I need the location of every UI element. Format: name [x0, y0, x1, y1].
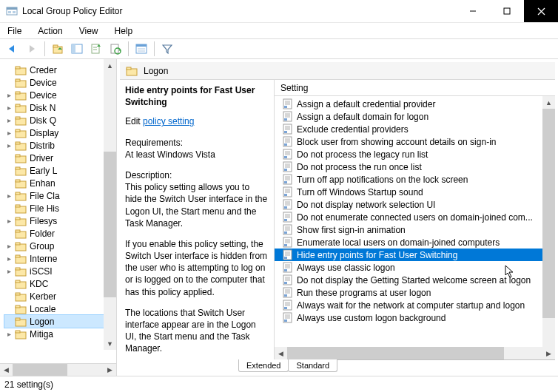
tree-item[interactable]: Folder — [4, 227, 116, 240]
tree-vertical-scrollbar[interactable]: ▲ ▼ — [104, 59, 116, 350]
list-vertical-scrollbar[interactable]: ▲ ▼ — [542, 96, 555, 359]
expand-icon[interactable]: ▸ — [4, 242, 13, 250]
tree-item-label: KDC — [30, 279, 48, 289]
svg-rect-141 — [284, 282, 287, 284]
setting-label: Enumerate local users on domain-joined c… — [297, 237, 500, 248]
setting-item[interactable]: Do not process the run once list — [275, 160, 555, 173]
tree-item[interactable]: Enhan — [4, 177, 116, 189]
setting-item[interactable]: Assign a default domain for logon — [275, 110, 555, 123]
tree-item[interactable]: ▸Display — [4, 126, 116, 139]
setting-item[interactable]: Always use custom logon background — [275, 311, 555, 324]
svg-rect-38 — [16, 167, 20, 169]
tree-item[interactable]: ▸Mitiga — [4, 328, 116, 340]
menu-help[interactable]: Help — [112, 24, 136, 38]
tree-item[interactable]: File His — [4, 202, 116, 214]
scroll-down-icon[interactable]: ▼ — [104, 337, 116, 350]
menu-view[interactable]: View — [76, 24, 101, 38]
scroll-up-icon[interactable]: ▲ — [104, 59, 116, 72]
menu-action[interactable]: Action — [35, 24, 65, 38]
tree-item[interactable]: ▸Disk N — [4, 101, 116, 114]
expand-icon[interactable]: ▸ — [4, 192, 13, 200]
maximize-button[interactable] — [490, 0, 524, 22]
edit-policy-link[interactable]: policy setting — [143, 116, 194, 126]
tree-item[interactable]: Kerber — [4, 290, 116, 303]
column-header-setting[interactable]: Setting — [275, 80, 555, 96]
svg-rect-34 — [16, 142, 20, 144]
tree-item[interactable]: ▸iSCSI — [4, 265, 116, 277]
scroll-right-icon[interactable]: ▶ — [542, 347, 555, 359]
setting-label: Always wait for the network at computer … — [297, 300, 525, 311]
close-button[interactable] — [524, 0, 558, 22]
tree-item[interactable]: ▸Group — [4, 240, 116, 252]
setting-item[interactable]: Always wait for the network at computer … — [275, 299, 555, 311]
tree-item[interactable]: Creder — [4, 64, 116, 76]
setting-item[interactable]: Block user from showing account details … — [275, 135, 555, 148]
scroll-thumb[interactable] — [287, 347, 504, 359]
tree-item[interactable]: ▸Filesys — [4, 214, 116, 227]
scroll-thumb[interactable] — [542, 109, 555, 318]
tree-item-label: Device — [30, 78, 57, 88]
scroll-left-icon[interactable]: ◀ — [0, 364, 13, 376]
expand-icon[interactable]: ▸ — [4, 129, 13, 137]
setting-item[interactable]: Turn off Windows Startup sound — [275, 186, 555, 198]
menu-file[interactable]: File — [4, 24, 24, 38]
setting-item[interactable]: Hide entry points for Fast User Switchin… — [275, 249, 555, 261]
description-paragraph: The locations that Switch User interface… — [125, 307, 268, 355]
scroll-thumb[interactable] — [13, 364, 67, 376]
tree-item[interactable]: Early L — [4, 164, 116, 177]
setting-item[interactable]: Assign a default credential provider — [275, 98, 555, 110]
scroll-right-icon[interactable]: ▶ — [104, 364, 116, 376]
expand-icon[interactable]: ▸ — [4, 254, 13, 263]
expand-icon[interactable]: ▸ — [4, 141, 13, 149]
svg-rect-46 — [16, 217, 20, 220]
refresh-button[interactable] — [107, 41, 124, 57]
up-button[interactable] — [50, 41, 66, 57]
setting-item[interactable]: Enumerate local users on domain-joined c… — [275, 236, 555, 249]
tree-item[interactable]: Logon — [4, 315, 116, 328]
setting-item[interactable]: Turn off app notifications on the lock s… — [275, 173, 555, 186]
tree-horizontal-scrollbar[interactable]: ◀ ▶ — [0, 363, 116, 376]
tree-item[interactable]: Driver — [4, 152, 116, 164]
tree-item[interactable]: Locale — [4, 303, 116, 315]
forward-button[interactable] — [24, 41, 40, 57]
setting-item[interactable]: Exclude credential providers — [275, 123, 555, 135]
expand-icon[interactable]: ▸ — [4, 104, 13, 112]
svg-rect-26 — [16, 92, 20, 94]
setting-item[interactable]: Always use classic logon — [275, 261, 555, 274]
tab-extended[interactable]: Extended — [238, 359, 289, 372]
tree-item[interactable]: ▸Distrib — [4, 139, 116, 152]
back-button[interactable] — [4, 41, 21, 57]
setting-item[interactable]: Do not display the Getting Started welco… — [275, 274, 555, 286]
tab-standard[interactable]: Standard — [288, 359, 337, 372]
setting-item[interactable]: Do not process the legacy run list — [275, 148, 555, 160]
expand-icon[interactable]: ▸ — [4, 217, 13, 225]
setting-item[interactable]: Show first sign-in animation — [275, 223, 555, 236]
tree-item[interactable]: ▸Disk Q — [4, 114, 116, 126]
properties-button[interactable] — [133, 41, 149, 57]
expand-icon[interactable]: ▸ — [4, 91, 13, 99]
svg-rect-2 — [8, 11, 11, 13]
expand-icon[interactable]: ▸ — [4, 267, 13, 275]
show-hide-tree-button[interactable] — [69, 41, 85, 57]
list-horizontal-scrollbar[interactable]: ◀ ▶ — [275, 347, 555, 359]
scroll-thumb[interactable] — [104, 152, 116, 297]
expand-icon[interactable]: ▸ — [4, 330, 13, 338]
minimize-button[interactable] — [456, 0, 490, 22]
svg-rect-58 — [16, 293, 20, 295]
expand-icon[interactable]: ▸ — [4, 116, 13, 124]
setting-item[interactable]: Run these programs at user logon — [275, 286, 555, 299]
tree-item[interactable]: ▸Device — [4, 89, 116, 101]
tree-item[interactable]: ▸Interne — [4, 252, 116, 265]
scroll-left-icon[interactable]: ◀ — [275, 347, 287, 359]
svg-rect-136 — [284, 269, 287, 271]
setting-item[interactable]: Do not enumerate connected users on doma… — [275, 211, 555, 223]
svg-rect-116 — [284, 219, 287, 221]
filter-button[interactable] — [159, 41, 175, 57]
svg-rect-76 — [284, 118, 287, 121]
scroll-up-icon[interactable]: ▲ — [542, 96, 555, 109]
export-list-button[interactable] — [88, 41, 104, 57]
tree-item[interactable]: ▸File Cla — [4, 189, 116, 202]
tree-item[interactable]: KDC — [4, 277, 116, 290]
tree-item[interactable]: Device — [4, 76, 116, 89]
setting-item[interactable]: Do not display network selection UI — [275, 198, 555, 211]
